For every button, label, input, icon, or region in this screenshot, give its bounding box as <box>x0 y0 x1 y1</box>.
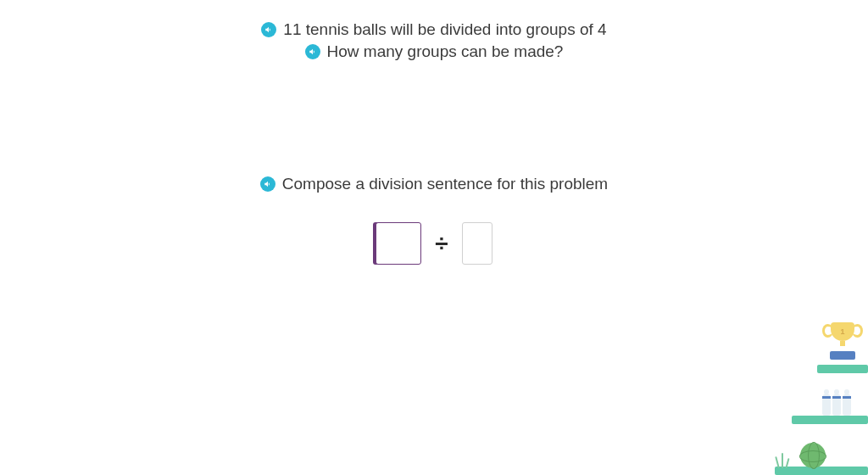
equation-row: ÷ <box>376 222 492 265</box>
decoration-illustration: 1 <box>749 305 868 475</box>
dividend-input[interactable] <box>376 222 421 265</box>
instruction-text: Compose a division sentence for this pro… <box>282 175 608 193</box>
problem-text-1: 11 tennis balls will be divided into gro… <box>283 20 606 39</box>
shelf <box>817 365 868 373</box>
problem-line-2: How many groups can be made? <box>305 42 564 61</box>
problem-text-2: How many groups can be made? <box>327 42 564 61</box>
shelf <box>792 416 868 424</box>
basketball-icon <box>800 443 826 468</box>
division-operator: ÷ <box>435 230 448 257</box>
grass-icon <box>775 453 792 468</box>
problem-line-1: 11 tennis balls will be divided into gro… <box>261 20 606 39</box>
speaker-icon[interactable] <box>261 22 276 37</box>
bowling-pins-icon <box>822 394 851 416</box>
divisor-input[interactable] <box>462 222 492 265</box>
problem-content: 11 tennis balls will be divided into gro… <box>0 0 868 265</box>
trophy-icon: 1 <box>826 322 860 365</box>
trophy-label: 1 <box>831 327 854 336</box>
speaker-icon[interactable] <box>260 176 275 192</box>
speaker-icon[interactable] <box>305 44 320 59</box>
instruction-line: Compose a division sentence for this pro… <box>260 175 608 193</box>
